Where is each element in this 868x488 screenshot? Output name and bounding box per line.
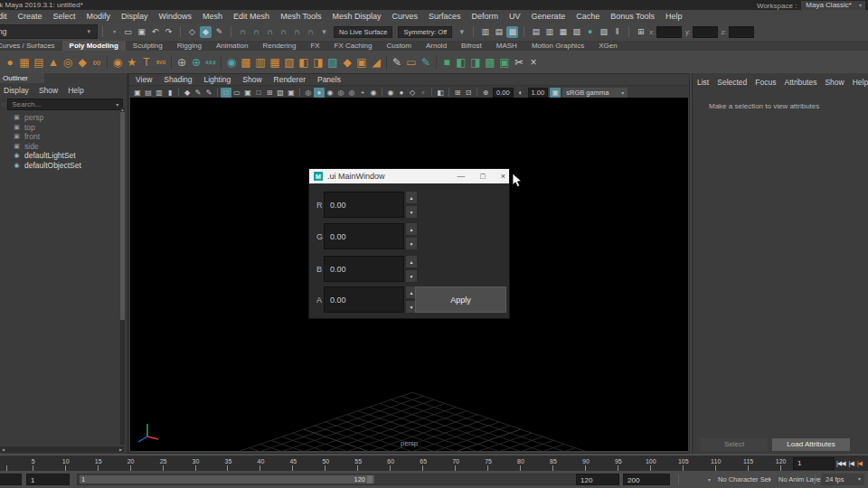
poly-disc-icon[interactable]: ∞ <box>90 54 104 70</box>
menu-item[interactable]: Surfaces <box>423 12 467 21</box>
render-settings-icon[interactable]: ▧ <box>571 26 582 38</box>
frame-all-icon[interactable]: ⊞ <box>452 88 463 98</box>
gate-mask-icon[interactable]: ● <box>396 88 407 98</box>
sphere-project-icon[interactable]: ◉ <box>224 54 239 70</box>
multisample-icon[interactable]: ◎ <box>303 88 314 98</box>
axis-value-box[interactable] <box>729 26 754 38</box>
shelf-tab[interactable]: XGen <box>591 41 624 51</box>
axis-input-field[interactable]: x: <box>649 26 682 38</box>
viewport-menu-item[interactable]: Lighting <box>203 75 231 85</box>
menu-item[interactable]: Mesh Tools <box>275 12 326 21</box>
absolute-transform-grid-icon[interactable]: ⊞ <box>635 26 646 38</box>
viewport-menu-item[interactable]: View <box>136 75 152 85</box>
outliner-item[interactable]: ◉ defaultObjectSet <box>0 161 127 171</box>
shelf-tab[interactable]: Rigging <box>170 41 209 51</box>
make-live-icon[interactable]: ∩ <box>305 26 316 38</box>
step-back-key-button[interactable]: |◀ <box>857 460 862 467</box>
render-setup-icon[interactable]: ▨ <box>598 26 609 38</box>
outliner-item[interactable]: ▣ top <box>0 123 127 133</box>
separator[interactable] <box>386 55 387 70</box>
separator[interactable] <box>217 88 218 97</box>
character-set-icon[interactable]: ▾ <box>708 476 711 483</box>
camera-attributes-icon[interactable]: ▥ <box>154 88 165 98</box>
boolean-intersection-icon[interactable]: ◨ <box>468 54 483 70</box>
outliner-panel-tab[interactable]: Outliner <box>0 73 44 83</box>
shelf-tab[interactable]: Bifrost <box>454 41 489 51</box>
separator[interactable] <box>448 88 449 97</box>
menu-item[interactable]: Windows <box>154 12 198 21</box>
super-shape-icon[interactable]: ★ <box>125 54 139 70</box>
axis-value-box[interactable] <box>656 26 682 38</box>
scroll-left-icon[interactable]: ◀ <box>2 447 5 452</box>
hud-icon[interactable]: ▫ <box>418 88 429 98</box>
viewport-menu-item[interactable]: Panels <box>317 75 341 85</box>
lasso-select-tool-icon[interactable]: ◆ <box>200 26 212 38</box>
new-scene-icon[interactable]: ▫ <box>108 26 120 38</box>
attribute-editor-menu-item[interactable]: List <box>697 78 709 87</box>
xray-joints-icon[interactable]: ◎ <box>346 88 357 98</box>
channel-spinbox[interactable]: 0.00 <box>324 223 404 249</box>
outliner-item[interactable]: ▣ front <box>0 132 127 142</box>
shelf-tab[interactable]: Rendering <box>255 41 303 51</box>
anim-layer-icon[interactable]: ▾ <box>769 476 771 483</box>
separator[interactable] <box>382 88 382 97</box>
menu-item[interactable]: Display <box>116 12 154 21</box>
highlight-toolkit-icon[interactable]: ▩ <box>506 26 518 38</box>
shelf-tab[interactable]: Animation <box>209 41 256 51</box>
playback-end-field[interactable]: 120 <box>576 474 619 485</box>
shelf-tab[interactable]: Sculpting <box>126 41 170 51</box>
outliner-menu-item[interactable]: Display <box>4 86 29 95</box>
exposure-toggle-icon[interactable]: + <box>357 88 368 98</box>
render-sequence-icon[interactable]: ▦ <box>557 26 569 38</box>
frame-selection-icon[interactable]: ⊡ <box>463 88 474 98</box>
close-icon[interactable]: × <box>501 172 505 181</box>
menu-item[interactable]: Deform <box>467 12 505 21</box>
exposure-field[interactable]: 0.00 <box>493 88 514 98</box>
channel-spinbox[interactable]: 0.00 <box>324 286 404 313</box>
menu-item[interactable]: Modify <box>81 12 117 21</box>
shelf-tab[interactable]: FX <box>303 41 326 51</box>
duplicate-face-icon[interactable]: ▣ <box>354 54 369 70</box>
anim-layer-dropdown[interactable]: No Anim Layer <box>778 475 823 483</box>
spin-up-icon[interactable]: ▲ <box>406 223 417 235</box>
multi-cut-icon[interactable]: ✎ <box>390 54 404 70</box>
snap-to-grid-icon[interactable]: ∩ <box>237 26 249 38</box>
playback-range-handle[interactable]: 1 120 <box>80 475 374 483</box>
xray-icon[interactable]: ◎ <box>335 88 346 98</box>
dialog-titlebar[interactable]: M .ui MainWindow — □ × <box>309 169 509 183</box>
bookmark-icon[interactable]: ▮ <box>165 88 175 98</box>
shelf-tab[interactable]: Custom <box>379 41 419 51</box>
subdivide-icon[interactable]: ▧ <box>282 54 297 70</box>
separator[interactable] <box>171 55 172 70</box>
free-point-locator-icon[interactable]: ⊕ <box>189 54 203 70</box>
menu-set-dropdown[interactable]: Modeling ▾ <box>0 24 98 39</box>
remesh-icon[interactable]: ▩ <box>483 54 497 70</box>
outliner-horizontal-scrollbar[interactable]: ◀ ▶ <box>0 446 124 453</box>
smooth-icon[interactable]: ▦ <box>268 54 282 70</box>
menu-item[interactable]: Help <box>660 12 688 21</box>
shadows-icon[interactable]: ⊞ <box>264 88 275 98</box>
current-frame-field[interactable]: 1 <box>793 457 835 470</box>
highlight-icon[interactable]: ◉ <box>368 88 379 98</box>
poly-cylinder-icon[interactable]: ▤ <box>32 54 46 70</box>
poly-sphere-icon[interactable]: ● <box>3 54 17 70</box>
viewcube-icon[interactable]: ◧ <box>435 88 446 98</box>
attribute-editor-menu-item[interactable]: Attributes <box>784 78 816 87</box>
separator[interactable] <box>178 88 179 97</box>
retopologize-icon[interactable]: ▣ <box>497 54 512 70</box>
menu-item[interactable]: Edit Mesh <box>228 12 275 21</box>
attribute-editor-menu-item[interactable]: Show <box>825 78 844 87</box>
snap-options-caret-icon[interactable]: ▾ <box>318 26 330 38</box>
shelf-tab[interactable]: Poly Modeling <box>62 41 126 51</box>
image-plane-icon[interactable]: ◆ <box>182 88 193 98</box>
ambient-occlusion-icon[interactable]: ▧ <box>275 88 286 98</box>
menu-item[interactable]: Generate <box>526 12 571 21</box>
outliner-item[interactable]: ▣ persp <box>0 113 127 123</box>
origin-locator-icon[interactable]: 0,0,0 <box>203 54 218 70</box>
combine-icon[interactable]: ▩ <box>239 54 253 70</box>
edit-edge-flow-icon[interactable]: ▭ <box>404 54 419 70</box>
viewport-menu-item[interactable]: Shading <box>164 75 192 85</box>
lock-camera-icon[interactable]: ▤ <box>143 88 154 98</box>
snap-to-curve-icon[interactable]: ∩ <box>250 26 262 38</box>
snap-to-projected-center-icon[interactable]: ∩ <box>278 26 289 38</box>
